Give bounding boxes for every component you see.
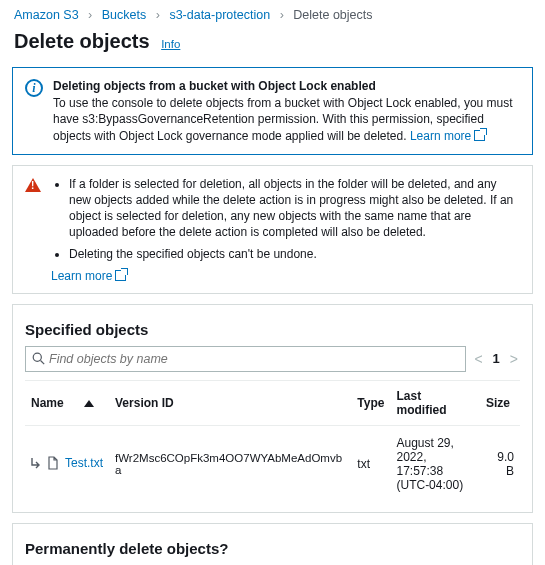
breadcrumb-link-s3[interactable]: Amazon S3 bbox=[14, 8, 79, 22]
table-header-row: Name Version ID Type Last modified Size bbox=[25, 380, 520, 425]
col-header-type[interactable]: Type bbox=[351, 380, 390, 425]
external-link-icon bbox=[115, 270, 126, 281]
file-icon bbox=[47, 456, 59, 470]
external-link-icon bbox=[474, 130, 485, 141]
warning-item: Deleting the specified objects can't be … bbox=[69, 246, 520, 262]
breadcrumb-link-buckets[interactable]: Buckets bbox=[102, 8, 146, 22]
learn-more-link[interactable]: Learn more bbox=[51, 269, 126, 283]
warning-panel: If a folder is selected for deletion, al… bbox=[12, 165, 533, 294]
table-row: Test.txt fWr2Msc6COpFk3m4OO7WYAbMeAdOmvb… bbox=[25, 425, 520, 502]
sort-asc-icon bbox=[84, 400, 94, 407]
learn-more-link[interactable]: Learn more bbox=[410, 129, 485, 143]
info-icon: i bbox=[25, 79, 43, 97]
col-header-version[interactable]: Version ID bbox=[109, 380, 351, 425]
search-input[interactable] bbox=[49, 352, 459, 366]
object-type: txt bbox=[351, 425, 390, 502]
svg-line-1 bbox=[41, 361, 45, 365]
confirm-title: Permanently delete objects? bbox=[25, 534, 520, 565]
object-lock-info-panel: i Deleting objects from a bucket with Ob… bbox=[12, 67, 533, 155]
chevron-right-icon: › bbox=[88, 8, 92, 22]
page-next-icon[interactable]: > bbox=[508, 351, 520, 367]
object-lock-info-heading: Deleting objects from a bucket with Obje… bbox=[53, 78, 520, 94]
page-prev-icon[interactable]: < bbox=[472, 351, 484, 367]
svg-point-0 bbox=[33, 353, 41, 361]
object-size: 9.0 B bbox=[480, 425, 520, 502]
col-header-last-modified[interactable]: Last modified bbox=[390, 380, 480, 425]
pagination: < 1 > bbox=[472, 351, 520, 367]
warning-icon bbox=[25, 178, 41, 192]
level-indent-icon bbox=[31, 457, 41, 469]
search-icon bbox=[32, 352, 45, 365]
page-title-row: Delete objects Info bbox=[0, 26, 545, 61]
object-version-id: fWr2Msc6COpFk3m4OO7WYAbMeAdOmvba bbox=[109, 425, 351, 502]
object-lock-info-text: Deleting objects from a bucket with Obje… bbox=[53, 78, 520, 144]
warning-item: If a folder is selected for deletion, al… bbox=[69, 176, 520, 241]
specified-objects-table: Name Version ID Type Last modified Size … bbox=[25, 380, 520, 502]
confirm-delete-panel: Permanently delete objects? To confirm d… bbox=[12, 523, 533, 565]
col-header-size[interactable]: Size bbox=[480, 380, 520, 425]
search-input-wrapper[interactable] bbox=[25, 346, 466, 372]
breadcrumb-link-bucket[interactable]: s3-data-protection bbox=[169, 8, 270, 22]
chevron-right-icon: › bbox=[280, 8, 284, 22]
warning-list: If a folder is selected for deletion, al… bbox=[51, 176, 520, 262]
object-name-link[interactable]: Test.txt bbox=[65, 456, 103, 470]
breadcrumb: Amazon S3 › Buckets › s3-data-protection… bbox=[0, 0, 545, 26]
page-title: Delete objects bbox=[14, 30, 150, 52]
object-last-modified: August 29, 2022, 17:57:38 (UTC-04:00) bbox=[390, 425, 480, 502]
chevron-right-icon: › bbox=[156, 8, 160, 22]
page-number: 1 bbox=[493, 351, 500, 366]
specified-objects-panel: Specified objects < 1 > Name Version ID … bbox=[12, 304, 533, 513]
specified-objects-title: Specified objects bbox=[25, 315, 520, 346]
breadcrumb-current: Delete objects bbox=[293, 8, 372, 22]
info-link[interactable]: Info bbox=[161, 38, 180, 50]
col-header-name[interactable]: Name bbox=[25, 380, 109, 425]
